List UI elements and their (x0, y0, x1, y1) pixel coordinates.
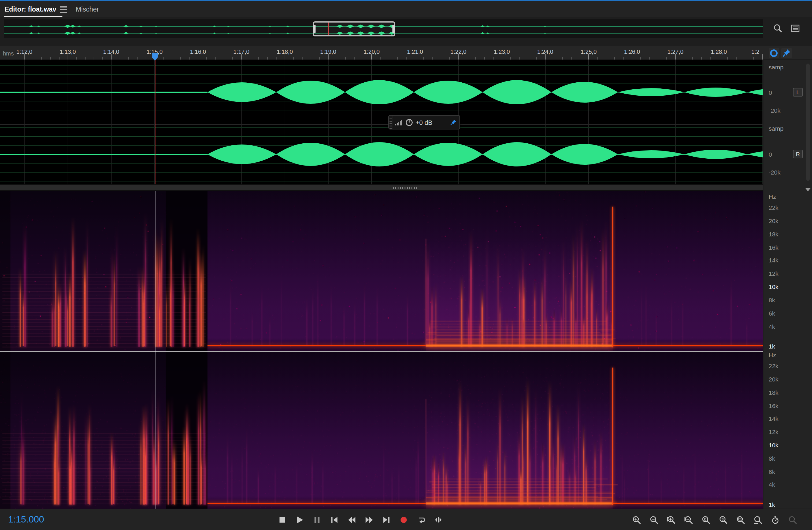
stopwatch-button[interactable] (768, 512, 782, 527)
ruler-tick-label: 1:19,0 (311, 49, 346, 55)
freq-tick-label: 6k (769, 469, 775, 475)
fast-forward-button[interactable] (362, 512, 376, 527)
amplitude-zero-left: 0 (769, 90, 772, 96)
channel-left-button[interactable]: L (793, 88, 803, 97)
stop-icon (278, 515, 286, 524)
freq-tick-label: 1k (769, 502, 775, 508)
zoom-to-in-point-button[interactable] (699, 512, 713, 527)
zoom-out-time-button[interactable] (647, 512, 661, 527)
zoom-out-full-button[interactable] (751, 512, 765, 527)
pin-button[interactable] (781, 48, 792, 58)
channel-right-button[interactable]: R (793, 150, 803, 158)
freq-unit-right: Hz (769, 352, 776, 358)
rewind-button[interactable] (345, 512, 358, 527)
panel-splitter[interactable] (0, 184, 812, 191)
overview-navigator[interactable] (4, 19, 763, 38)
selection-handle-left[interactable] (313, 25, 316, 33)
ruler-tick-label: 1:28,0 (701, 49, 736, 55)
pin-icon (450, 118, 457, 126)
zoom-in-amplitude-icon (667, 515, 675, 524)
freq-tick-label: 16k (769, 403, 779, 409)
stereo-waveform (0, 60, 763, 184)
amplitude-neg-left: -20k (769, 108, 781, 114)
zoom-out-full-icon (753, 515, 762, 524)
amplitude-neg-right: -20k (769, 169, 781, 175)
ruler-tick-label: 1:22,0 (441, 49, 476, 55)
skip-to-start-button[interactable] (327, 512, 341, 527)
spectrogram-left-channel[interactable] (0, 191, 763, 351)
zoom-out-amplitude-icon (684, 515, 693, 524)
panel-tab-bar: Editor: float.wav Mischer (0, 1, 812, 17)
hud-grip-icon[interactable] (389, 116, 392, 129)
tab-editor[interactable]: Editor: float.wav (5, 1, 56, 17)
freq-tick-label: 16k (769, 244, 779, 250)
ruler-tick-label: 1:13,0 (50, 49, 85, 55)
pin-icon (781, 48, 792, 58)
zoom-to-out-point-button[interactable] (716, 512, 730, 527)
selection-handle-right[interactable] (392, 25, 395, 33)
zoom-in-time-button[interactable] (629, 512, 643, 527)
scale-sidebar: samp 0 -20k L samp 0 -20k R Hz 22k20k18k… (763, 60, 812, 508)
freq-tick-label: 20k (769, 218, 779, 224)
record-button[interactable] (396, 512, 410, 527)
hud-pin-button[interactable] (450, 118, 457, 126)
transport-controls (275, 512, 445, 527)
timeline-ruler[interactable]: hms 1:12,01:13,01:14,01:15,01:16,01:17,0… (0, 46, 763, 60)
playhead-line-waveform (155, 60, 155, 184)
navigator-menu-icon[interactable] (789, 23, 801, 35)
skip-selection-icon (434, 515, 443, 524)
freq-tick-label: 22k (769, 205, 779, 211)
freq-tick-label: 14k (769, 416, 779, 421)
stopwatch-icon (771, 515, 779, 524)
gain-knob[interactable] (405, 118, 413, 126)
navigator-zoom-icon[interactable] (772, 23, 784, 35)
navigator-selection-box[interactable] (313, 22, 395, 37)
clock-button[interactable] (769, 48, 779, 58)
freq-tick-label: 18k (769, 231, 779, 237)
freq-tick-label: 12k (769, 429, 779, 435)
chevron-down-icon[interactable] (805, 188, 811, 191)
fast-forward-icon (364, 515, 373, 524)
freq-tick-label: 14k (769, 257, 779, 263)
freq-tick-label: 8k (769, 297, 775, 303)
play-button[interactable] (292, 512, 306, 527)
loop-playback-button[interactable] (414, 512, 428, 527)
ruler-tick-label: 1:17,0 (224, 49, 259, 55)
freq-unit-left: Hz (769, 194, 776, 200)
skip-to-end-icon (382, 515, 390, 524)
skip-selection-button[interactable] (431, 512, 445, 527)
amplitude-unit-left: samp (769, 64, 783, 70)
volume-hud[interactable]: +0 dB (388, 115, 460, 129)
ruler-tick-label: 1:12,0 (7, 49, 42, 55)
time-display[interactable]: 1:15.000 (8, 514, 44, 525)
magnifier-icon (773, 24, 783, 33)
vertical-scrollbar[interactable] (806, 63, 810, 181)
active-tab-underline (4, 16, 62, 17)
waveform-display[interactable] (0, 60, 763, 184)
spectrogram-right-channel[interactable] (0, 352, 763, 508)
stop-button[interactable] (275, 512, 289, 527)
amplitude-unit-right: samp (769, 126, 783, 131)
loop-playback-icon (416, 515, 425, 524)
ruler-corner (763, 46, 812, 60)
audition-editor-panel: Editor: float.wav Mischer hms 1: (0, 0, 812, 530)
freq-tick-label: 20k (769, 376, 779, 382)
hud-meter-button[interactable] (395, 118, 403, 126)
zoom-in-amplitude-button[interactable] (664, 512, 678, 527)
pause-button[interactable] (310, 512, 324, 527)
play-icon (295, 515, 304, 524)
freq-tick-label: 10k (769, 442, 779, 448)
zoom-to-selection-button[interactable] (734, 512, 747, 527)
freq-tick-label: 4k (769, 482, 775, 488)
gain-value[interactable]: +0 dB (416, 119, 432, 126)
hud-divider (447, 118, 447, 127)
zoom-inactive-icon (788, 515, 797, 524)
skip-to-end-button[interactable] (379, 512, 393, 527)
zoom-out-amplitude-button[interactable] (681, 512, 695, 527)
freq-tick-label: 6k (769, 310, 775, 316)
panel-menu-icon[interactable] (60, 6, 67, 13)
ruler-tick-label: 1:16,0 (180, 49, 215, 55)
ruler-tick-label: 1:26,0 (615, 49, 649, 55)
tab-mischer[interactable]: Mischer (76, 1, 99, 17)
zoom-inactive-button[interactable] (785, 512, 799, 527)
